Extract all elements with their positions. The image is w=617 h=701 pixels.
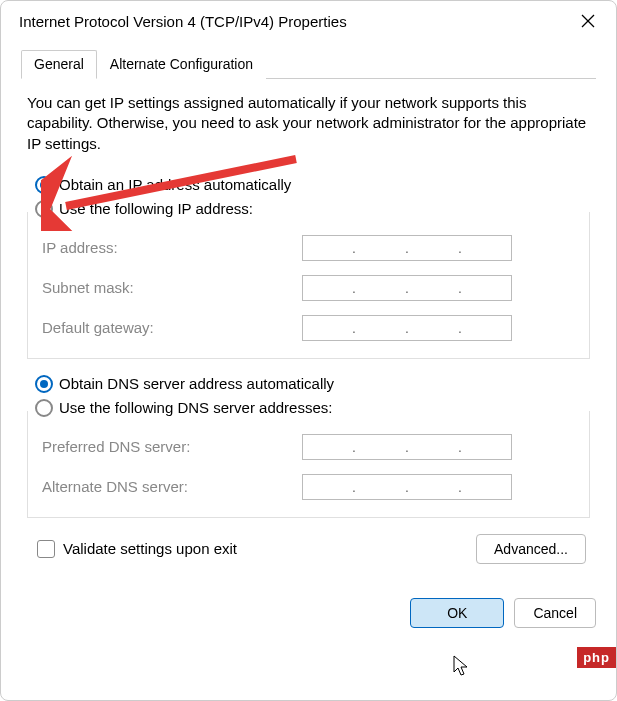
description-text: You can get IP settings assigned automat…	[27, 93, 590, 154]
ok-button[interactable]: OK	[410, 598, 504, 628]
radio-label: Obtain DNS server address automatically	[59, 375, 334, 392]
tab-strip: General Alternate Configuration	[21, 49, 596, 79]
watermark-badge: php	[577, 647, 616, 668]
ip-fields: IP address: ... Subnet mask: ... Default…	[27, 212, 590, 359]
bottom-row: Validate settings upon exit Advanced...	[27, 534, 590, 564]
field-ip-address: IP address: ...	[42, 230, 577, 266]
dialog-window: Internet Protocol Version 4 (TCP/IPv4) P…	[0, 0, 617, 701]
window-title: Internet Protocol Version 4 (TCP/IPv4) P…	[19, 13, 568, 30]
radio-label: Obtain an IP address automatically	[59, 176, 291, 193]
field-default-gateway: Default gateway: ...	[42, 310, 577, 346]
checkbox-label: Validate settings upon exit	[63, 540, 237, 557]
subnet-mask-input[interactable]: ...	[302, 275, 512, 301]
preferred-dns-input[interactable]: ...	[302, 434, 512, 460]
field-label: Preferred DNS server:	[42, 438, 302, 455]
mouse-cursor-icon	[453, 655, 473, 679]
close-icon	[581, 14, 595, 28]
tab-content-general: You can get IP settings assigned automat…	[21, 79, 596, 576]
ip-address-input[interactable]: ...	[302, 235, 512, 261]
dns-fields: Preferred DNS server: ... Alternate DNS …	[27, 411, 590, 518]
field-label: Default gateway:	[42, 319, 302, 336]
cancel-button[interactable]: Cancel	[514, 598, 596, 628]
field-label: IP address:	[42, 239, 302, 256]
tab-general[interactable]: General	[21, 50, 97, 79]
radio-icon	[35, 176, 53, 194]
field-preferred-dns: Preferred DNS server: ...	[42, 429, 577, 465]
title-bar: Internet Protocol Version 4 (TCP/IPv4) P…	[1, 1, 616, 41]
field-alternate-dns: Alternate DNS server: ...	[42, 469, 577, 505]
radio-ip-auto[interactable]: Obtain an IP address automatically	[35, 176, 590, 194]
default-gateway-input[interactable]: ...	[302, 315, 512, 341]
field-subnet-mask: Subnet mask: ...	[42, 270, 577, 306]
alternate-dns-input[interactable]: ...	[302, 474, 512, 500]
advanced-button[interactable]: Advanced...	[476, 534, 586, 564]
field-label: Alternate DNS server:	[42, 478, 302, 495]
close-button[interactable]	[568, 1, 608, 41]
ip-group: Obtain an IP address automatically Use t…	[27, 176, 590, 359]
radio-icon	[35, 375, 53, 393]
checkbox-icon	[37, 540, 55, 558]
dialog-body: General Alternate Configuration You can …	[1, 41, 616, 588]
dialog-footer: OK Cancel	[1, 588, 616, 628]
tab-alternate[interactable]: Alternate Configuration	[97, 50, 266, 79]
validate-checkbox[interactable]: Validate settings upon exit	[37, 540, 237, 558]
field-label: Subnet mask:	[42, 279, 302, 296]
dns-group: Obtain DNS server address automatically …	[27, 375, 590, 518]
radio-dns-auto[interactable]: Obtain DNS server address automatically	[35, 375, 590, 393]
